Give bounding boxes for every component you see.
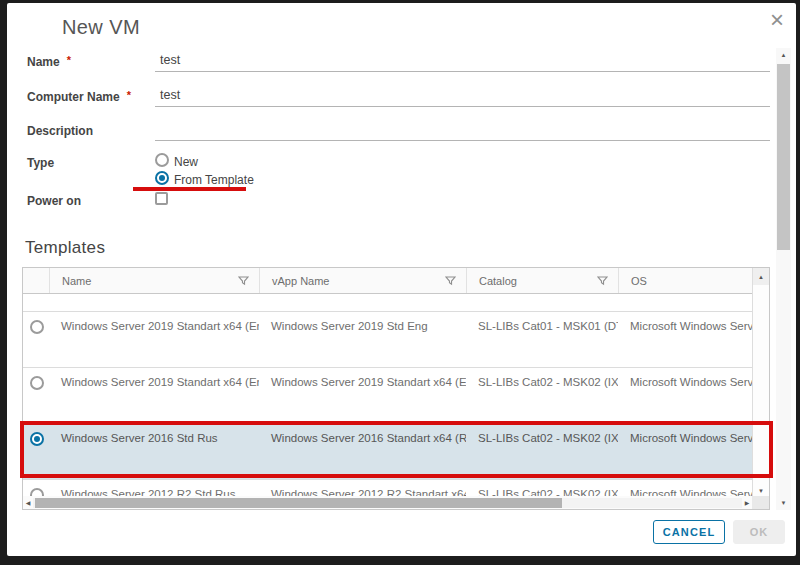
templates-heading: Templates	[25, 238, 105, 258]
radio-column-header	[23, 268, 49, 293]
cell-name: Windows Server 2016 Std Rus	[49, 424, 259, 479]
partial-row	[23, 294, 752, 312]
table-row-selected[interactable]: Windows Server 2016 Std Rus Windows Serv…	[23, 424, 752, 480]
screen-backdrop: New VM × Name* test Computer Name* test …	[0, 0, 800, 565]
power-on-checkbox[interactable]	[155, 192, 168, 205]
name-label: Name*	[27, 55, 71, 69]
scroll-up-icon[interactable]: ▲	[753, 268, 769, 285]
cell-name: Windows Server 2012 R2 Std Rus	[49, 480, 259, 496]
table-row[interactable]: Windows Server 2019 Standart x64 (Eng) W…	[23, 368, 752, 424]
required-asterisk: *	[67, 54, 71, 66]
filter-icon[interactable]	[597, 275, 608, 286]
cancel-button[interactable]: CANCEL	[653, 520, 725, 544]
filter-icon[interactable]	[238, 275, 249, 286]
power-on-label: Power on	[27, 194, 81, 208]
required-asterisk: *	[127, 89, 131, 101]
hscroll-thumb[interactable]	[35, 498, 562, 508]
column-header-name: Name	[49, 268, 259, 293]
type-new-radio[interactable]	[155, 153, 169, 167]
cell-name: Windows Server 2019 Standart x64 (Eng)	[49, 368, 259, 423]
table-vertical-scrollbar[interactable]: ▲ ▼	[752, 268, 769, 496]
cell-catalog: SL-LIBs Cat02 - MSK02 (IXLR)	[466, 480, 618, 496]
table-row[interactable]: Windows Server 2012 R2 Std Rus Windows S…	[23, 480, 752, 496]
dialog-vertical-scrollbar[interactable]: ▲ ▼	[776, 48, 791, 510]
type-label: Type	[27, 156, 54, 170]
table-horizontal-scrollbar[interactable]: ◀ ▶	[23, 496, 752, 509]
row-radio[interactable]	[30, 488, 44, 496]
description-label: Description	[27, 124, 93, 138]
cell-catalog: SL-LIBs Cat02 - MSK02 (IXLR)	[466, 368, 618, 423]
cell-os: Microsoft Windows Server 2016	[618, 368, 752, 423]
cell-catalog: SL-LIBs Cat02 - MSK02 (IXLR)	[466, 424, 618, 479]
computer-name-input[interactable]: test	[155, 88, 770, 107]
ok-button[interactable]: OK	[733, 520, 785, 544]
cell-vapp-name: Windows Server 2019 Std Eng	[259, 312, 466, 367]
scrollbar-corner	[752, 496, 769, 509]
table-header: Name vApp Name Catalog OS	[23, 268, 752, 294]
cell-vapp-name: Windows Server 2012 R2 Standart x64 (Rus…	[259, 480, 466, 496]
description-input[interactable]	[155, 122, 770, 141]
row-radio[interactable]	[30, 320, 44, 334]
column-header-vapp-name: vApp Name	[259, 268, 466, 293]
table-body: Windows Server 2019 Standart x64 (Englis…	[23, 294, 752, 496]
close-icon[interactable]: ×	[765, 8, 789, 32]
hscroll-track[interactable]	[33, 498, 742, 508]
type-new-label[interactable]: New	[174, 155, 198, 169]
name-input[interactable]: test	[155, 53, 770, 72]
scroll-down-icon[interactable]: ▼	[753, 488, 769, 494]
table-row[interactable]: Windows Server 2019 Standart x64 (Englis…	[23, 312, 752, 368]
column-header-os: OS	[618, 268, 754, 293]
cell-os: Microsoft Windows Server 2016	[618, 424, 752, 479]
row-radio-selected[interactable]	[30, 432, 44, 446]
cell-os: Microsoft Windows Server 2016	[618, 312, 752, 367]
cell-vapp-name: Windows Server 2019 Standart x64 (Eng)	[259, 368, 466, 423]
templates-table: Name vApp Name Catalog OS Windows Server…	[22, 267, 770, 510]
cell-vapp-name: Windows Server 2016 Standart x64 (Rus)	[259, 424, 466, 479]
type-from-template-radio[interactable]	[155, 171, 169, 185]
type-from-template-label[interactable]: From Template	[174, 173, 254, 187]
scroll-up-icon[interactable]: ▲	[776, 48, 791, 62]
dialog-title: New VM	[62, 16, 140, 39]
filter-icon[interactable]	[445, 275, 456, 286]
column-header-catalog: Catalog	[466, 268, 618, 293]
dialog-scroll-thumb[interactable]	[777, 64, 790, 250]
scroll-left-icon[interactable]: ◀	[23, 499, 33, 506]
cell-os: Microsoft Windows Server 2012	[618, 480, 752, 496]
scroll-down-icon[interactable]: ▼	[776, 496, 791, 510]
row-radio[interactable]	[30, 376, 44, 390]
computer-name-label: Computer Name*	[27, 90, 131, 104]
cell-catalog: SL-LIBs Cat01 - MSK01 (DTLN)	[466, 312, 618, 367]
annotation-underline	[133, 187, 246, 191]
cell-name: Windows Server 2019 Standart x64 (Englis…	[49, 312, 259, 367]
scroll-right-icon[interactable]: ▶	[742, 499, 752, 506]
